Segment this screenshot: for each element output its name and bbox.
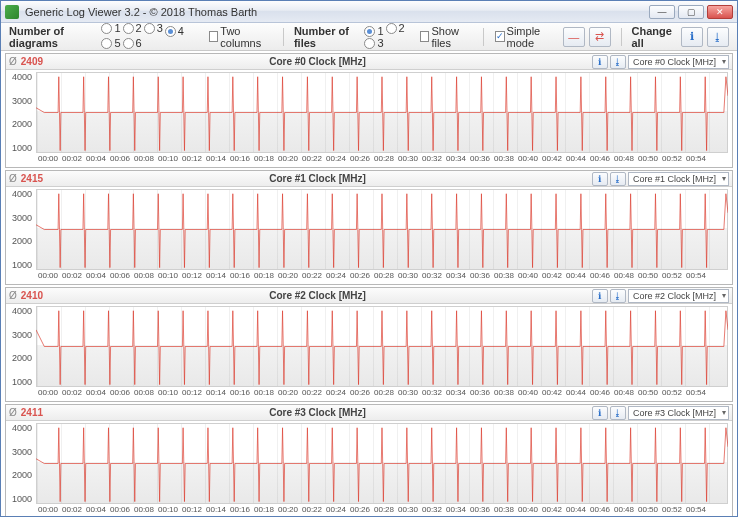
avg-value: 2410 — [21, 290, 43, 301]
close-button[interactable]: ✕ — [707, 5, 733, 19]
chart-info-button[interactable]: ℹ — [592, 172, 608, 186]
minimize-button[interactable]: — — [649, 5, 675, 19]
chart-tools: ℹ ⭳ Core #0 Clock [MHz] — [592, 55, 729, 69]
maximize-button[interactable]: ▢ — [678, 5, 704, 19]
plot-area[interactable] — [36, 306, 728, 387]
separator — [483, 28, 484, 46]
chart-tools: ℹ ⭳ Core #2 Clock [MHz] — [592, 289, 729, 303]
x-axis: 00:0000:0200:0400:0600:0800:1000:1200:14… — [36, 505, 728, 516]
avg-symbol: Ø — [9, 56, 17, 67]
diag-count-label: Number of diagrams — [9, 25, 96, 49]
chart-title: Core #3 Clock [MHz] — [43, 407, 592, 418]
two-columns-label: Two columns — [220, 25, 272, 49]
chart-title: Core #0 Clock [MHz] — [43, 56, 592, 67]
y-axis: 4000300020001000 — [6, 423, 34, 504]
diag-radio-1[interactable]: 1 — [101, 22, 120, 34]
plot-area[interactable] — [36, 423, 728, 504]
titlebar: Generic Log Viewer 3.2 - © 2018 Thomas B… — [1, 1, 737, 23]
series-select[interactable]: Core #2 Clock [MHz] — [628, 289, 729, 303]
series-select[interactable]: Core #0 Clock [MHz] — [628, 55, 729, 69]
chart-export-button[interactable]: ⭳ — [610, 55, 626, 69]
chart-core-0: Ø 2409 Core #0 Clock [MHz] ℹ ⭳ Core #0 C… — [5, 53, 733, 168]
series-select[interactable]: Core #3 Clock [MHz] — [628, 406, 729, 420]
line-style-button[interactable]: — — [563, 27, 585, 47]
files-count-label: Number of files — [294, 25, 359, 49]
show-files-label: Show files — [431, 25, 471, 49]
app-icon — [5, 5, 19, 19]
avg-value: 2415 — [21, 173, 43, 184]
window-controls: — ▢ ✕ — [649, 5, 733, 19]
chart-title: Core #2 Clock [MHz] — [43, 290, 592, 301]
x-axis: 00:0000:0200:0400:0600:0800:1000:1200:14… — [36, 388, 728, 400]
chart-header: Ø 2409 Core #0 Clock [MHz] ℹ ⭳ Core #0 C… — [6, 54, 732, 70]
diag-radio-2[interactable]: 2 — [123, 22, 142, 34]
diag-radio-5[interactable]: 5 — [101, 37, 120, 49]
chart-export-button[interactable]: ⭳ — [610, 406, 626, 420]
avg-symbol: Ø — [9, 173, 17, 184]
trace-line — [36, 189, 728, 270]
avg-symbol: Ø — [9, 290, 17, 301]
avg-value: 2409 — [21, 56, 43, 67]
chart-tools: ℹ ⭳ Core #3 Clock [MHz] — [592, 406, 729, 420]
simple-mode-checkbox[interactable]: Simple mode — [495, 25, 558, 49]
avg-value: 2411 — [21, 407, 43, 418]
chart-tools: ℹ ⭳ Core #1 Clock [MHz] — [592, 172, 729, 186]
separator — [283, 28, 284, 46]
export-all-button[interactable]: ⭳ — [707, 27, 729, 47]
separator — [621, 28, 622, 46]
window-title: Generic Log Viewer 3.2 - © 2018 Thomas B… — [25, 6, 649, 18]
show-files-checkbox[interactable]: Show files — [420, 25, 472, 49]
chart-header: Ø 2415 Core #1 Clock [MHz] ℹ ⭳ Core #1 C… — [6, 171, 732, 187]
y-axis: 4000300020001000 — [6, 72, 34, 153]
avg-symbol: Ø — [9, 407, 17, 418]
chart-export-button[interactable]: ⭳ — [610, 172, 626, 186]
swap-axes-button[interactable]: ⇄ — [589, 27, 611, 47]
chart-title: Core #1 Clock [MHz] — [43, 173, 592, 184]
chart-info-button[interactable]: ℹ — [592, 406, 608, 420]
y-axis: 4000300020001000 — [6, 189, 34, 270]
diag-radio-3[interactable]: 3 — [144, 22, 163, 34]
two-columns-checkbox[interactable]: Two columns — [209, 25, 272, 49]
y-axis: 4000300020001000 — [6, 306, 34, 387]
files-radio-3[interactable]: 3 — [364, 37, 383, 49]
simple-mode-label: Simple mode — [507, 25, 558, 49]
chart-info-button[interactable]: ℹ — [592, 55, 608, 69]
diag-radio-4[interactable]: 4 — [165, 25, 184, 37]
chart-core-2: Ø 2410 Core #2 Clock [MHz] ℹ ⭳ Core #2 C… — [5, 287, 733, 402]
diag-radio-6[interactable]: 6 — [123, 37, 142, 49]
chart-header: Ø 2411 Core #3 Clock [MHz] ℹ ⭳ Core #3 C… — [6, 405, 732, 421]
plot-area[interactable] — [36, 72, 728, 153]
toolbar: Number of diagrams 123456 Two columns Nu… — [1, 23, 737, 51]
chart-core-1: Ø 2415 Core #1 Clock [MHz] ℹ ⭳ Core #1 C… — [5, 170, 733, 285]
trace-line — [36, 306, 728, 387]
plot-area[interactable] — [36, 189, 728, 270]
trace-line — [36, 423, 728, 504]
series-select[interactable]: Core #1 Clock [MHz] — [628, 172, 729, 186]
chart-header: Ø 2410 Core #2 Clock [MHz] ℹ ⭳ Core #2 C… — [6, 288, 732, 304]
chart-area: Ø 2409 Core #0 Clock [MHz] ℹ ⭳ Core #0 C… — [1, 51, 737, 516]
files-radio-1[interactable]: 1 — [364, 25, 383, 37]
chart-info-button[interactable]: ℹ — [592, 289, 608, 303]
chart-core-3: Ø 2411 Core #3 Clock [MHz] ℹ ⭳ Core #3 C… — [5, 404, 733, 516]
change-all-label: Change all — [632, 25, 677, 49]
trace-line — [36, 72, 728, 153]
files-radio-2[interactable]: 2 — [386, 22, 405, 34]
info-all-button[interactable]: ℹ — [681, 27, 703, 47]
x-axis: 00:0000:0200:0400:0600:0800:1000:1200:14… — [36, 154, 728, 166]
x-axis: 00:0000:0200:0400:0600:0800:1000:1200:14… — [36, 271, 728, 283]
chart-export-button[interactable]: ⭳ — [610, 289, 626, 303]
